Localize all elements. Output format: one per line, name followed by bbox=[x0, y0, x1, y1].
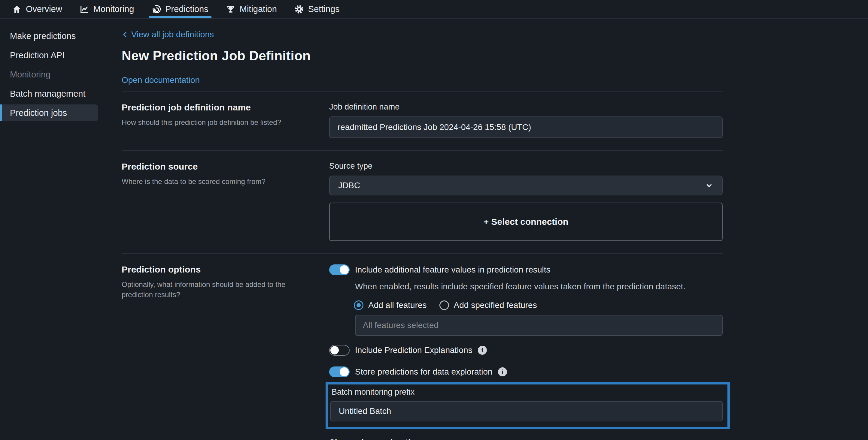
radio-label: Add all features bbox=[368, 300, 427, 310]
job-definition-name-input[interactable] bbox=[329, 116, 723, 138]
select-connection-label: + Select connection bbox=[484, 217, 568, 227]
section-job-definition-name: Prediction job definition name How shoul… bbox=[122, 92, 723, 151]
back-link-label: View all job definitions bbox=[131, 30, 214, 39]
home-icon bbox=[12, 4, 22, 14]
toggle-knob bbox=[340, 265, 349, 274]
line-chart-icon bbox=[80, 4, 89, 14]
source-type-select[interactable]: JDBC bbox=[329, 176, 723, 195]
top-nav: Overview Monitoring Predictions bbox=[0, 0, 868, 19]
open-documentation-link[interactable]: Open documentation bbox=[122, 75, 200, 85]
include-features-label: Include additional feature values in pre… bbox=[355, 265, 551, 275]
section-title: Prediction source bbox=[122, 162, 293, 172]
features-selected-input[interactable] bbox=[355, 315, 723, 336]
store-predictions-toggle[interactable] bbox=[329, 367, 350, 377]
sidebar-item-label: Make predictions bbox=[10, 31, 76, 41]
sidebar-item-prediction-jobs[interactable]: Prediction jobs bbox=[0, 104, 98, 121]
sidebar-item-batch-management[interactable]: Batch management bbox=[0, 85, 98, 102]
section-title: Prediction job definition name bbox=[122, 102, 293, 112]
chevron-down-icon bbox=[705, 181, 714, 190]
prediction-explanations-toggle-row: Include Prediction Explanations i bbox=[329, 345, 723, 356]
section-description: How should this prediction job definitio… bbox=[122, 117, 293, 128]
store-predictions-label: Store predictions for data exploration bbox=[355, 367, 493, 377]
prediction-target-icon bbox=[151, 4, 161, 14]
prediction-explanations-label: Include Prediction Explanations bbox=[355, 345, 472, 355]
store-predictions-toggle-row: Store predictions for data exploration i bbox=[329, 367, 723, 377]
back-link[interactable]: View all job definitions bbox=[122, 30, 214, 39]
nav-tab-overview[interactable]: Overview bbox=[12, 0, 62, 18]
chevron-down-icon bbox=[430, 438, 438, 440]
nav-tab-label: Monitoring bbox=[93, 4, 134, 14]
nav-tab-label: Settings bbox=[308, 4, 340, 14]
nav-tab-label: Mitigation bbox=[240, 4, 277, 14]
include-features-toggle-row: Include additional feature values in pre… bbox=[329, 264, 723, 275]
chevron-left-icon bbox=[122, 31, 129, 38]
section-description: Where is the data to be scored coming fr… bbox=[122, 176, 293, 187]
info-icon[interactable]: i bbox=[478, 346, 487, 355]
source-type-value: JDBC bbox=[338, 181, 360, 190]
radio-add-specified-features[interactable] bbox=[439, 300, 449, 310]
sidebar: Make predictions Prediction API Monitori… bbox=[0, 19, 114, 440]
batch-monitoring-prefix-label: Batch monitoring prefix bbox=[332, 387, 723, 397]
show-advanced-options[interactable]: Show advanced options bbox=[329, 438, 438, 440]
trophy-icon bbox=[226, 4, 236, 14]
section-prediction-options: Prediction options Optionally, what info… bbox=[122, 253, 723, 440]
radio-label: Add specified features bbox=[454, 300, 537, 310]
sidebar-item-prediction-api[interactable]: Prediction API bbox=[0, 47, 98, 64]
job-definition-name-label: Job definition name bbox=[329, 102, 723, 112]
active-tab-underline bbox=[149, 16, 211, 18]
section-description: Optionally, what information should be a… bbox=[122, 279, 293, 300]
app-window: Overview Monitoring Predictions bbox=[0, 0, 868, 440]
radio-add-all-features[interactable] bbox=[354, 300, 364, 310]
select-connection-button[interactable]: + Select connection bbox=[329, 203, 723, 241]
nav-tab-predictions[interactable]: Predictions bbox=[151, 0, 208, 18]
batch-monitoring-prefix-input[interactable] bbox=[330, 401, 723, 421]
include-features-helper: When enabled, results include specified … bbox=[355, 282, 723, 292]
show-advanced-options-label: Show advanced options bbox=[329, 438, 425, 440]
toggle-knob bbox=[330, 346, 339, 354]
radio-dot bbox=[356, 303, 361, 307]
sidebar-item-make-predictions[interactable]: Make predictions bbox=[0, 28, 98, 44]
sidebar-item-monitoring: Monitoring bbox=[0, 66, 98, 83]
nav-tab-label: Overview bbox=[26, 4, 62, 14]
include-features-toggle[interactable] bbox=[329, 264, 350, 275]
nav-tab-settings[interactable]: Settings bbox=[294, 0, 340, 18]
prediction-explanations-toggle[interactable] bbox=[329, 345, 350, 356]
toggle-knob bbox=[340, 367, 349, 376]
sidebar-item-label: Prediction jobs bbox=[10, 108, 67, 118]
info-icon[interactable]: i bbox=[498, 367, 507, 376]
sidebar-item-label: Batch management bbox=[10, 89, 85, 99]
annotation-highlight-box: Batch monitoring prefix bbox=[326, 382, 730, 429]
sidebar-item-label: Monitoring bbox=[10, 70, 51, 79]
page-title: New Prediction Job Definition bbox=[122, 48, 723, 63]
gear-icon bbox=[294, 4, 304, 14]
nav-tab-monitoring[interactable]: Monitoring bbox=[80, 0, 134, 18]
sidebar-item-label: Prediction API bbox=[10, 50, 65, 60]
source-type-label: Source type bbox=[329, 162, 723, 171]
section-title: Prediction options bbox=[122, 264, 293, 275]
section-prediction-source: Prediction source Where is the data to b… bbox=[122, 151, 723, 253]
nav-tab-mitigation[interactable]: Mitigation bbox=[226, 0, 277, 18]
nav-tab-label: Predictions bbox=[165, 4, 208, 14]
feature-radio-group: Add all features Add specified features bbox=[354, 300, 723, 310]
